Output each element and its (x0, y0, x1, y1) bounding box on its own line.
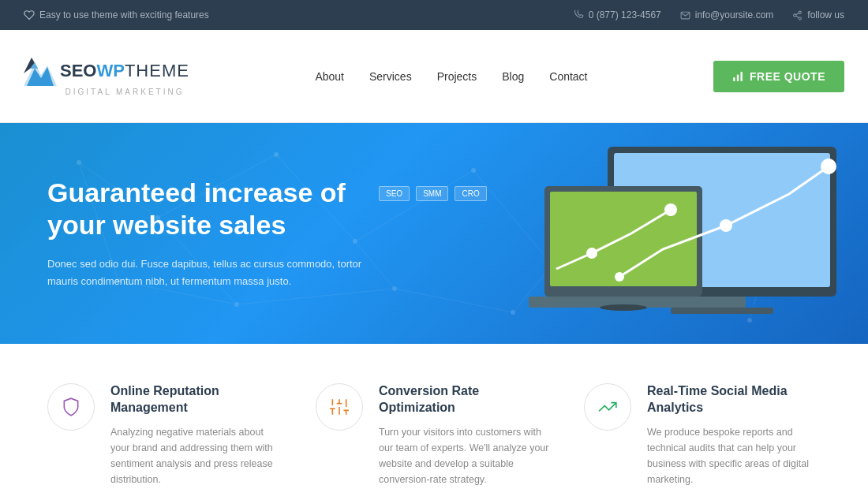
sliders-icon (329, 397, 350, 417)
svg-rect-10 (737, 74, 739, 80)
tag-seo: SEO (379, 186, 410, 201)
trending-icon (597, 397, 618, 417)
hero-tags: SEO SMM CRO (379, 186, 487, 201)
nav-about[interactable]: About (302, 64, 357, 89)
nav-contact[interactable]: Contact (537, 64, 600, 89)
feature-title-2: Real-Time Social Media Analytics (647, 383, 821, 416)
svg-line-36 (237, 289, 395, 304)
logo-text: SEO WP THEME (60, 61, 189, 81)
hero-section: Guaranteed increase of your website sale… (0, 123, 868, 344)
svg-point-52 (615, 272, 624, 282)
svg-rect-47 (671, 308, 773, 314)
feature-item-0: Online Reputation Management Analyzing n… (47, 383, 284, 487)
features-section: Online Reputation Management Analyzing n… (0, 344, 868, 500)
header: SEO WP THEME DIGITAL MARKETING About Ser… (0, 30, 868, 123)
svg-point-55 (586, 248, 597, 259)
feature-title-0: Online Reputation Management (110, 383, 284, 416)
svg-point-53 (720, 219, 732, 232)
hero-illustration (387, 123, 844, 344)
feature-title-1: Conversion Rate Optimization (379, 383, 552, 416)
phone-item: 0 (877) 123-4567 (574, 9, 661, 21)
top-bar-tagline-section: Easy to use theme with exciting features (24, 9, 209, 21)
hero-content: Guaranteed increase of your website sale… (47, 177, 379, 290)
svg-point-51 (600, 304, 647, 311)
logo-icon (24, 56, 57, 86)
svg-line-3 (796, 16, 799, 17)
svg-point-56 (664, 203, 677, 216)
feature-icon-sliders (316, 383, 363, 431)
free-quote-button[interactable]: FREE QUOTE (713, 61, 844, 92)
svg-point-1 (794, 13, 796, 16)
feature-body-2: Real-Time Social Media Analytics We prod… (647, 383, 821, 487)
phone-icon (574, 10, 584, 21)
email-item: info@yoursite.com (680, 9, 774, 21)
logo: SEO WP THEME DIGITAL MARKETING (24, 56, 189, 96)
top-bar: Easy to use theme with exciting features… (0, 0, 868, 30)
phone-text: 0 (877) 123-4567 (589, 9, 661, 21)
feature-item-1: Conversion Rate Optimization Turn your v… (316, 383, 552, 487)
shield-icon (61, 397, 81, 417)
hero-description: Donec sed odio dui. Fusce dapibus, tellu… (47, 256, 379, 290)
nav-blog[interactable]: Blog (489, 64, 537, 89)
tagline-text: Easy to use theme with exciting features (39, 9, 209, 21)
hero-title: Guaranteed increase of your website sale… (47, 177, 379, 241)
feature-icon-chart (584, 383, 631, 431)
svg-line-4 (796, 13, 799, 14)
chart-bar-icon (732, 71, 743, 82)
main-nav: About Services Projects Blog Contact (302, 64, 600, 89)
heart-icon (24, 9, 35, 21)
svg-rect-11 (740, 72, 742, 81)
feature-body-0: Online Reputation Management Analyzing n… (110, 383, 284, 487)
feature-desc-0: Analyzing negative materials about your … (110, 424, 284, 487)
quote-button-label: FREE QUOTE (750, 70, 825, 83)
svg-rect-9 (733, 77, 735, 81)
feature-icon-shield (47, 383, 95, 431)
logo-subtitle: DIGITAL MARKETING (24, 88, 189, 96)
email-text: info@yoursite.com (695, 9, 774, 21)
follow-text: follow us (807, 9, 844, 21)
feature-body-1: Conversion Rate Optimization Turn your v… (379, 383, 552, 487)
email-icon (680, 10, 690, 21)
follow-item[interactable]: follow us (792, 9, 844, 21)
feature-item-2: Real-Time Social Media Analytics We prod… (584, 383, 821, 487)
hero-svg (387, 123, 844, 344)
svg-point-54 (821, 159, 836, 174)
feature-desc-1: Turn your visitors into customers with o… (379, 424, 552, 487)
feature-desc-2: We produce bespoke reports and technical… (647, 424, 821, 487)
tag-cro: CRO (455, 186, 486, 201)
top-bar-contact: 0 (877) 123-4567 info@yoursite.com follo… (574, 9, 844, 21)
svg-point-0 (799, 11, 801, 13)
nav-projects[interactable]: Projects (425, 64, 490, 89)
svg-point-2 (799, 17, 801, 19)
tag-smm: SMM (416, 186, 448, 201)
nav-services[interactable]: Services (357, 64, 425, 89)
share-icon (792, 10, 803, 21)
